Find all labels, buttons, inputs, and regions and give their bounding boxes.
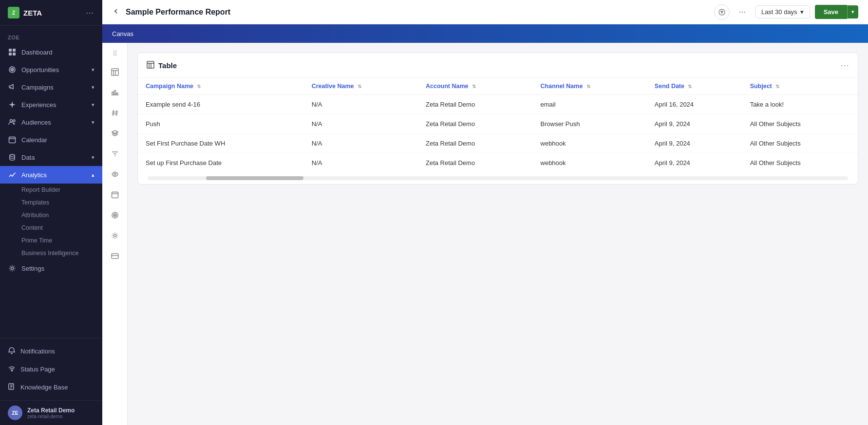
svg-point-21 [113, 235, 116, 237]
table-widget-button[interactable] [106, 63, 124, 81]
sidebar-item-analytics[interactable]: Analytics ▴ [0, 166, 102, 184]
data-table: Campaign Name ⇅ Creative Name ⇅ Account … [138, 78, 858, 172]
table-row: PushN/AZeta Retail DemoBrowser PushApril… [138, 114, 858, 134]
sidebar-item-audiences[interactable]: Audiences ▾ [0, 113, 102, 131]
svg-point-12 [11, 370, 12, 371]
settings-icon [8, 264, 17, 273]
compass-button[interactable] [714, 4, 730, 20]
table-cell: Set up First Purchase Date [138, 153, 304, 173]
table-cell: Example send 4-16 [138, 95, 304, 114]
sidebar-item-attribution[interactable]: Attribution [21, 209, 102, 222]
sort-icon: ⇅ [688, 84, 692, 89]
table-cell: Zeta Retail Demo [418, 153, 533, 173]
sidebar-item-prime-time[interactable]: Prime Time [21, 234, 102, 247]
bar-chart-widget-button[interactable] [106, 84, 124, 101]
chart-icon [8, 170, 17, 179]
chevron-icon: ▾ [92, 102, 94, 108]
col-subject[interactable]: Subject ⇅ [742, 78, 858, 95]
col-channel-name[interactable]: Channel Name ⇅ [533, 78, 647, 95]
sidebar-item-knowledge-base[interactable]: Knowledge Base [0, 378, 102, 396]
sidebar-item-status-page[interactable]: Status Page [0, 360, 102, 378]
save-dropdown-button[interactable]: ▾ [847, 5, 858, 18]
table-cell: All Other Subjects [742, 114, 858, 134]
chevron-icon: ▾ [92, 84, 94, 91]
sidebar-item-report-builder[interactable]: Report Builder [21, 184, 102, 196]
col-account-name[interactable]: Account Name ⇅ [418, 78, 533, 95]
table-cell: N/A [304, 134, 418, 153]
sidebar-bottom: Notifications Status Page Knowledge Base [0, 338, 102, 400]
date-range-dropdown[interactable]: Last 30 days ▾ [755, 5, 810, 18]
user-sub: zeta-retail-demo [27, 414, 75, 419]
user-name: Zeta Retail Demo [27, 407, 75, 414]
chevron-icon: ▴ [92, 172, 94, 178]
table-cell: N/A [304, 95, 418, 114]
sidebar-item-notifications[interactable]: Notifications [0, 342, 102, 360]
sidebar-item-campaigns[interactable]: Campaigns ▾ [0, 78, 102, 96]
table-cell: April 16, 2024 [647, 95, 742, 114]
main-area: Sample Performance Report ⋯ Last 30 days… [102, 0, 868, 425]
col-send-date[interactable]: Send Date ⇅ [647, 78, 742, 95]
back-button[interactable] [112, 7, 120, 17]
sidebar-item-opportunities[interactable]: Opportunities ▾ [0, 61, 102, 78]
config-widget-button[interactable] [106, 227, 124, 244]
sidebar-item-calendar[interactable]: Calendar [0, 131, 102, 148]
users-icon [8, 118, 17, 127]
table-cell: N/A [304, 114, 418, 134]
col-creative-name[interactable]: Creative Name ⇅ [304, 78, 418, 95]
sidebar-item-label: Settings [21, 265, 44, 272]
chevron-down-icon: ▾ [800, 8, 804, 16]
more-options-button[interactable]: ⋯ [735, 4, 750, 20]
workspace-label: ZOE [0, 26, 102, 43]
sidebar-item-label: Status Page [20, 366, 55, 373]
database-icon [8, 153, 17, 162]
chevron-icon: ▾ [92, 119, 94, 126]
user-section[interactable]: ZE Zeta Retail Demo zeta-retail-demo [0, 400, 102, 425]
sidebar-item-data[interactable]: Data ▾ [0, 148, 102, 166]
scrollbar-thumb[interactable] [206, 176, 303, 180]
logo-text: ZETA [23, 9, 42, 17]
sidebar-header: Z ZETA ⋯ [0, 0, 102, 26]
table-header: Campaign Name ⇅ Creative Name ⇅ Account … [138, 78, 858, 95]
sidebar-item-content[interactable]: Content [21, 222, 102, 234]
sparkle-icon [8, 100, 17, 109]
horizontal-scrollbar[interactable] [148, 176, 848, 180]
book-icon [8, 383, 16, 392]
goal-widget-button[interactable] [106, 206, 124, 224]
svg-rect-22 [112, 254, 118, 259]
sidebar-item-label: Data [21, 154, 35, 161]
sidebar-item-dashboard[interactable]: Dashboard [0, 43, 102, 61]
sidebar-item-templates[interactable]: Templates [21, 196, 102, 209]
save-button[interactable]: Save [815, 5, 847, 19]
table-cell: email [533, 95, 647, 114]
table-widget: Table ⋯ Campaign Name ⇅ Creative Name [137, 53, 858, 185]
sidebar-more-button[interactable]: ⋯ [85, 7, 94, 18]
sidebar-item-experiences[interactable]: Experiences ▾ [0, 96, 102, 113]
table-cell: April 9, 2024 [647, 153, 742, 173]
sidebar-item-business-intelligence[interactable]: Business Intelligence [21, 247, 102, 259]
svg-point-20 [114, 215, 115, 216]
svg-rect-23 [147, 61, 154, 68]
card-widget-button[interactable] [106, 247, 124, 265]
svg-point-10 [10, 154, 15, 156]
sidebar-item-label: Notifications [20, 348, 55, 355]
table-cell: Browser Push [533, 114, 647, 134]
sidebar-nav: Dashboard Opportunities ▾ Campaigns ▾ Ex… [0, 43, 102, 277]
table-cell: Take a look! [742, 95, 858, 114]
table-more-button[interactable]: ⋯ [840, 60, 849, 71]
calendar-widget-button[interactable] [106, 186, 124, 203]
drag-handle-icon: ⠿ [113, 50, 117, 57]
layers-widget-button[interactable] [106, 125, 124, 142]
target-icon [8, 65, 17, 74]
filter-widget-button[interactable] [106, 145, 124, 163]
svg-rect-2 [9, 53, 12, 55]
sidebar-item-settings[interactable]: Settings [0, 259, 102, 277]
table-cell: April 9, 2024 [647, 114, 742, 134]
eye-widget-button[interactable] [106, 166, 124, 183]
save-button-group: Save ▾ [815, 5, 858, 19]
sidebar-item-label: Knowledge Base [20, 384, 68, 391]
col-campaign-name[interactable]: Campaign Name ⇅ [138, 78, 304, 95]
table-row: Example send 4-16N/AZeta Retail Demoemai… [138, 95, 858, 114]
hash-widget-button[interactable] [106, 104, 124, 122]
svg-point-11 [11, 267, 14, 270]
header-actions: ⋯ Last 30 days ▾ Save ▾ [714, 4, 858, 20]
